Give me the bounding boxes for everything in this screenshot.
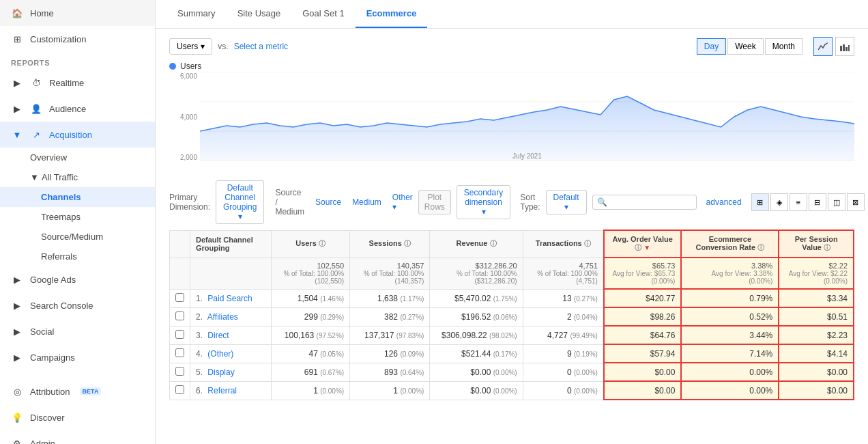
- bar-chart-btn[interactable]: [835, 37, 854, 56]
- other-btn[interactable]: Other ▾: [392, 193, 413, 212]
- medium-btn[interactable]: Medium: [352, 197, 381, 207]
- table-row: 3. Direct 100,163 (97.52%) 137,317 (97.8…: [170, 326, 854, 344]
- chart-view-btn[interactable]: ◫: [828, 193, 845, 211]
- sidebar-sub-source-medium[interactable]: Source/Medium: [0, 227, 155, 247]
- td-channel-0: 1. Paid Search: [190, 289, 272, 307]
- expand-icon: ▶: [11, 351, 23, 363]
- channel-link-0[interactable]: Paid Search: [207, 294, 252, 303]
- td-sessions-1: 382 (0.27%): [350, 307, 430, 326]
- channel-link-5[interactable]: Referral: [207, 386, 237, 396]
- default-channel-dim-btn[interactable]: Default Channel Grouping ▾: [216, 180, 264, 224]
- td-avg-order-1: $98.26: [604, 307, 681, 326]
- td-sessions-4: 893 (0.64%): [350, 363, 430, 381]
- legend-dot: [169, 63, 176, 70]
- advanced-link[interactable]: advanced: [706, 197, 742, 207]
- sidebar-item-admin[interactable]: ⚙ Admin: [0, 430, 155, 444]
- channel-link-2[interactable]: Direct: [207, 331, 229, 340]
- info-icon[interactable]: ⓘ: [824, 244, 830, 251]
- info-icon[interactable]: ⓘ: [635, 244, 641, 251]
- sort-arrow: ▼: [643, 244, 650, 251]
- tab-summary[interactable]: Summary: [167, 0, 227, 28]
- row-checkbox-4[interactable]: [175, 367, 184, 376]
- sidebar-item-realtime[interactable]: ▶ ⏱ Realtime: [0, 70, 155, 96]
- row-checkbox-0[interactable]: [175, 293, 184, 302]
- channel-link-1[interactable]: Affiliates: [207, 312, 238, 322]
- period-btn-day[interactable]: Day: [697, 38, 726, 55]
- main-content: Summary Site Usage Goal Set 1 Ecommerce …: [156, 0, 868, 444]
- sidebar-sub-referrals[interactable]: Referrals: [0, 247, 155, 266]
- row-num-0: 1.: [196, 294, 205, 303]
- sidebar-item-social[interactable]: ▶ Social: [0, 318, 155, 344]
- search-input[interactable]: [610, 197, 692, 207]
- row-checkbox-2[interactable]: [175, 330, 184, 339]
- sidebar-sub-channels[interactable]: Channels: [0, 187, 155, 207]
- chart-y-labels: 6,000 4,000 2,000: [169, 72, 200, 161]
- channel-link-4[interactable]: Display: [207, 367, 234, 377]
- select-metric-link[interactable]: Select a metric: [234, 42, 288, 51]
- info-icon[interactable]: ⓘ: [757, 244, 764, 251]
- sidebar-item-attribution[interactable]: ◎ Attribution BETA: [0, 378, 155, 404]
- compare-view-btn[interactable]: ◈: [770, 193, 788, 211]
- sidebar-item-label: Customization: [30, 34, 86, 44]
- chart-svg-container: July 2021: [200, 72, 854, 161]
- search-box: 🔍: [592, 195, 697, 210]
- sidebar-sub-overview[interactable]: Overview: [0, 148, 155, 167]
- sidebar-item-google-ads[interactable]: ▶ Google Ads: [0, 266, 155, 292]
- tab-ecommerce[interactable]: Ecommerce: [356, 0, 428, 28]
- row-checkbox-3[interactable]: [175, 348, 184, 357]
- sort-default-btn[interactable]: Default ▾: [546, 190, 587, 214]
- sidebar-item-home[interactable]: 🏠 Home: [0, 0, 155, 26]
- list-view-btn[interactable]: ≡: [790, 193, 807, 211]
- pivot-view-btn[interactable]: ⊟: [809, 193, 826, 211]
- sidebar-item-label: Campaigns: [30, 352, 75, 363]
- line-chart-btn[interactable]: [813, 37, 833, 56]
- sidebar-item-discover[interactable]: 💡 Discover: [0, 404, 155, 430]
- info-icon[interactable]: ⓘ: [404, 240, 411, 247]
- th-checkbox: [170, 230, 190, 258]
- plot-rows-btn[interactable]: Plot Rows: [418, 190, 451, 214]
- sidebar-item-customization[interactable]: ⊞ Customization: [0, 26, 155, 52]
- sidebar-item-acquisition[interactable]: ▼ ↗ Acquisition: [0, 122, 155, 148]
- custom-view-btn[interactable]: ⊠: [847, 193, 865, 211]
- source-medium-btn[interactable]: Source / Medium: [275, 188, 304, 217]
- sidebar-item-label: Search Console: [30, 301, 93, 311]
- th-transactions: Transactions ⓘ: [523, 230, 604, 258]
- sidebar-item-audience[interactable]: ▶ 👤 Audience: [0, 96, 155, 122]
- td-checkbox-2: [170, 326, 190, 344]
- tab-site-usage[interactable]: Site Usage: [227, 0, 292, 28]
- td-totals-conversion: 3.38% Avg for View: 3.38% (0.00%): [681, 258, 779, 289]
- info-icon[interactable]: ⓘ: [584, 240, 591, 247]
- tab-goal-set-1[interactable]: Goal Set 1: [291, 0, 355, 28]
- person-icon: 👤: [30, 102, 42, 115]
- dropdown-icon: ▾: [201, 42, 205, 51]
- td-revenue-0: $5,470.02 (1.75%): [430, 289, 523, 307]
- row-checkbox-5[interactable]: [175, 385, 184, 394]
- row-num-4: 5.: [196, 367, 205, 377]
- info-icon[interactable]: ⓘ: [319, 240, 326, 247]
- source-btn[interactable]: Source: [315, 197, 341, 207]
- td-totals-sessions: 140,357 % of Total: 100.00% (140,357): [350, 258, 430, 289]
- period-btn-week[interactable]: Week: [727, 38, 763, 55]
- sidebar-item-campaigns[interactable]: ▶ Campaigns: [0, 344, 155, 370]
- row-checkbox-1[interactable]: [175, 311, 184, 320]
- sidebar-item-search-console[interactable]: ▶ Search Console: [0, 292, 155, 318]
- data-table: Default Channel Grouping Users ⓘ Session…: [169, 230, 854, 400]
- td-per-session-5: $0.00: [779, 381, 854, 400]
- td-totals-per-session: $2.22 Avg for View: $2.22 (0.00%): [779, 258, 854, 289]
- sidebar-sub-all-traffic[interactable]: ▼ All Traffic: [0, 167, 155, 187]
- chart-container: 6,000 4,000 2,000: [169, 72, 854, 175]
- channel-link-3[interactable]: (Other): [207, 349, 233, 359]
- sidebar-sub-treemaps[interactable]: Treemaps: [0, 207, 155, 227]
- secondary-dim-btn[interactable]: Secondary dimension ▾: [457, 185, 510, 219]
- grid-view-btn[interactable]: ⊞: [751, 193, 769, 211]
- td-checkbox-5: [170, 381, 190, 400]
- td-avg-order-5: $0.00: [604, 381, 681, 400]
- search-icon: 🔍: [597, 197, 607, 207]
- period-btn-month[interactable]: Month: [765, 38, 802, 55]
- home-icon: 🏠: [11, 7, 23, 19]
- expand-icon: ▶: [11, 299, 23, 311]
- info-icon[interactable]: ⓘ: [490, 240, 497, 247]
- td-users-2: 100,163 (97.52%): [271, 326, 349, 344]
- sidebar: 🏠 Home ⊞ Customization REPORTS ▶ ⏱ Realt…: [0, 0, 156, 444]
- metric-button[interactable]: Users ▾: [169, 38, 212, 55]
